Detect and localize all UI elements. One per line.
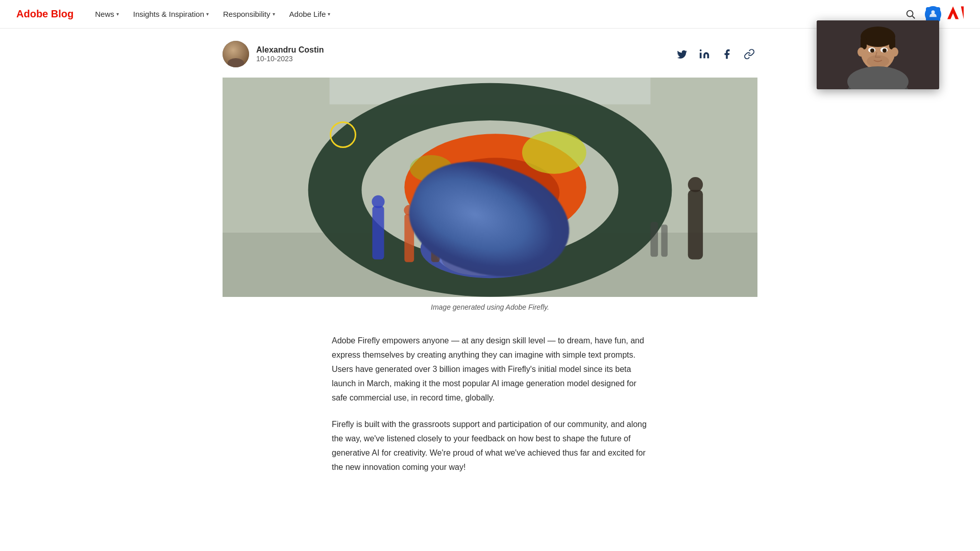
adobe-logo-svg [947,6,964,20]
svg-point-18 [522,131,586,174]
nav-news-label: News [95,10,114,18]
account-button[interactable] [925,6,941,22]
facebook-icon [721,48,732,60]
pip-video-inner [817,20,939,89]
avatar-image [223,41,249,67]
svg-point-26 [688,177,703,192]
svg-rect-25 [688,190,703,259]
svg-point-38 [891,47,898,57]
adobe-logo-icon[interactable] [947,6,964,23]
search-button[interactable] [902,6,919,22]
author-name: Alexandru Costin [256,45,324,55]
svg-point-19 [410,155,453,182]
article-paragraph-1: Adobe Firefly empowers anyone — at any d… [332,334,648,405]
svg-point-21 [372,195,384,208]
svg-rect-24 [431,219,440,262]
svg-point-43 [867,55,889,67]
svg-point-41 [870,48,874,53]
linkedin-share-button[interactable] [696,46,713,62]
page-wrapper: Alexandru Costin 10-10-2023 [214,29,766,507]
svg-marker-5 [961,6,964,19]
nav-insights-chevron: ▾ [206,11,209,17]
pip-video-content [817,20,939,89]
nav-item-adobe-life[interactable]: Adobe Life ▾ [284,6,336,22]
svg-point-15 [421,219,559,278]
svg-rect-27 [650,222,658,257]
nav-news-chevron: ▾ [116,11,119,17]
nav-item-insights[interactable]: Insights & Inspiration ▾ [128,6,214,22]
twitter-share-button[interactable] [674,46,690,62]
nav-adobe-life-label: Adobe Life [289,10,326,18]
svg-rect-20 [372,206,384,260]
brand-logo[interactable]: Adobe Blog [16,8,74,20]
svg-rect-22 [404,214,414,262]
author-avatar [223,41,249,67]
svg-point-23 [404,205,414,216]
nav-adobe-life-chevron: ▾ [328,11,330,17]
svg-rect-28 [661,224,668,257]
account-icon [926,7,940,21]
pip-video[interactable] [817,20,939,89]
svg-point-3 [932,10,935,14]
svg-marker-4 [947,6,959,19]
svg-point-0 [907,10,913,16]
main-nav: News ▾ Insights & Inspiration ▾ Responsi… [90,6,902,22]
hero-caption: Image generated using Adobe Firefly. [223,297,757,323]
copy-link-button[interactable] [741,46,757,62]
social-share-icons [674,46,757,62]
linkedin-icon [699,48,710,60]
twitter-icon [676,48,688,60]
svg-point-42 [883,48,887,53]
article-paragraph-2: Firefly is built with the grassroots sup… [332,417,648,474]
hero-sculpture-svg [223,78,757,297]
search-icon [905,9,916,20]
svg-point-37 [857,47,865,57]
hero-container: Image generated using Adobe Firefly. [223,78,757,323]
nav-responsibility-label: Responsibility [223,10,271,18]
nav-insights-label: Insights & Inspiration [133,10,204,18]
svg-line-1 [912,16,915,18]
nav-item-responsibility[interactable]: Responsibility ▾ [218,6,280,22]
author-text: Alexandru Costin 10-10-2023 [256,45,324,63]
article-body: Adobe Firefly empowers anyone — at any d… [332,323,648,507]
nav-responsibility-chevron: ▾ [273,11,275,17]
author-info: Alexandru Costin 10-10-2023 [223,41,324,67]
link-icon [744,48,755,60]
facebook-share-button[interactable] [719,46,735,62]
hero-image [223,78,757,297]
svg-rect-6 [700,53,702,58]
author-date: 10-10-2023 [256,55,324,63]
svg-point-17 [442,243,517,276]
author-row: Alexandru Costin 10-10-2023 [223,29,757,78]
nav-item-news[interactable]: News ▾ [90,6,124,22]
svg-point-7 [700,49,702,52]
